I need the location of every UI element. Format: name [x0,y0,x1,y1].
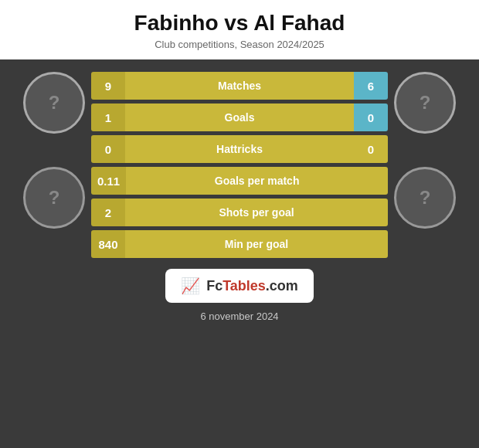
matches-label: Matches [125,72,354,100]
hattricks-right-val: 0 [354,135,388,163]
stats-layout-2: ? 0.11 Goals per match 2 Shots per goal … [23,167,456,258]
gpm-left-val: 0.11 [91,167,126,195]
stat-row-shots-per-goal: 2 Shots per goal [91,199,388,226]
matches-right-val: 6 [354,72,388,100]
stat-row-matches: 9 Matches 6 [91,72,388,100]
mpg-left-val: 840 [91,230,125,258]
player1-avatar-icon: ? [49,92,60,114]
right-avatar-col-2: ? [394,167,456,258]
header-bar: Fabinho vs Al Fahad Club competitions, S… [0,0,479,59]
page-subtitle: Club competitions, Season 2024/2025 [0,39,479,50]
goals-label: Goals [125,104,354,131]
content-area: ? 9 Matches 6 1 Goals 0 [0,59,479,448]
stat-row-min-per-goal: 840 Min per goal [91,230,388,258]
page-title: Fabinho vs Al Fahad [0,11,479,36]
player2-avatar: ? [394,72,456,134]
spg-left-val: 2 [91,199,125,226]
left-avatar-col-2: ? [23,167,85,258]
goals-left-val: 1 [91,104,125,131]
page-wrapper: Fabinho vs Al Fahad Club competitions, S… [0,0,479,448]
player1-avatar-2: ? [23,167,85,229]
player2-avatar2-icon: ? [420,187,431,209]
stats-col: 9 Matches 6 1 Goals 0 0 Hattricks 0 [91,72,388,163]
gpm-label: Goals per match [126,167,388,195]
date-label: 6 november 2024 [200,311,278,322]
player1-avatar2-icon: ? [49,187,60,209]
goals-right-val: 0 [354,104,388,131]
right-avatar-col: ? [394,72,456,163]
stats-layout: ? 9 Matches 6 1 Goals 0 [23,72,456,163]
hattricks-label: Hattricks [125,135,354,163]
stat-row-goals: 1 Goals 0 [91,104,388,131]
player1-avatar: ? [23,72,85,134]
logo-text: FcTables.com [206,278,298,294]
stats-col-2: 0.11 Goals per match 2 Shots per goal 84… [91,167,388,258]
player2-avatar-2: ? [394,167,456,229]
matches-left-val: 9 [91,72,125,100]
mpg-label: Min per goal [125,230,388,258]
logo-area: 📈 FcTables.com [165,269,314,303]
logo-chart-icon: 📈 [181,277,200,295]
player2-avatar-icon: ? [420,92,431,114]
stat-row-goals-per-match: 0.11 Goals per match [91,167,388,195]
hattricks-left-val: 0 [91,135,125,163]
left-avatar-col: ? [23,72,85,163]
spg-label: Shots per goal [125,199,388,226]
stat-row-hattricks: 0 Hattricks 0 [91,135,388,163]
